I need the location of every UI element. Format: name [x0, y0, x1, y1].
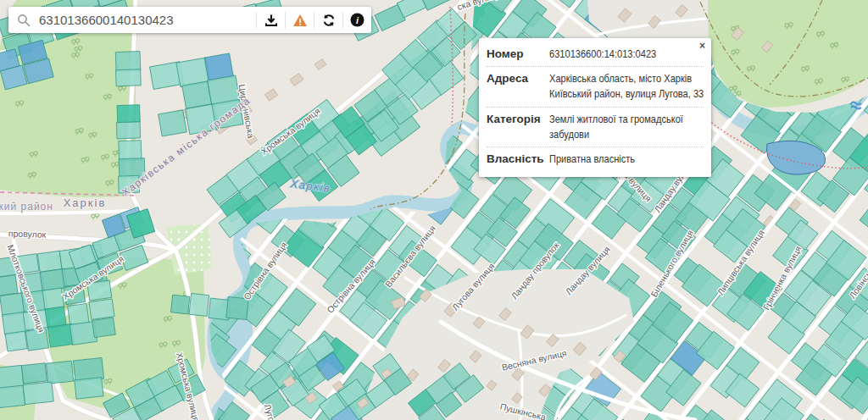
- panel-row: АдресаХарківська область, місто Харків К…: [487, 67, 704, 107]
- panel-row-label: Категорія: [487, 107, 549, 146]
- refresh-button[interactable]: [314, 12, 342, 29]
- panel-row-value: Харківська область, місто Харків Київськ…: [549, 71, 708, 102]
- map-label: Київський район: [0, 201, 53, 213]
- panel-row-value: Приватна власність: [549, 152, 708, 167]
- map-canvas[interactable]: Хромська вулицяХромська вулицяХромська в…: [0, 0, 868, 420]
- map-label: провулок: [8, 228, 47, 240]
- panel-row-label: Власність: [487, 147, 549, 172]
- panel-row-label: Адреса: [487, 67, 549, 107]
- panel-row: Номер6310136600:14:013:0423: [487, 42, 704, 67]
- panel-row-value: Землі житлової та громадської забудови: [549, 112, 708, 142]
- download-button[interactable]: [256, 12, 285, 29]
- search-bar: i: [8, 7, 371, 33]
- panel-row: ВласністьПриватна власність: [487, 147, 704, 172]
- search-icon: [8, 14, 39, 27]
- info-panel: × Номер6310136600:14:013:0423АдресаХаркі…: [479, 38, 711, 177]
- panel-row-label: Номер: [487, 42, 549, 67]
- map-label: Харків: [64, 196, 107, 209]
- info-button[interactable]: i: [342, 12, 371, 29]
- warning-button[interactable]: [285, 12, 314, 29]
- search-input[interactable]: [39, 13, 256, 27]
- panel-row: КатегоріяЗемлі житлової та громадської з…: [487, 107, 704, 146]
- panel-row-value: 6310136600:14:013:0423: [549, 47, 708, 62]
